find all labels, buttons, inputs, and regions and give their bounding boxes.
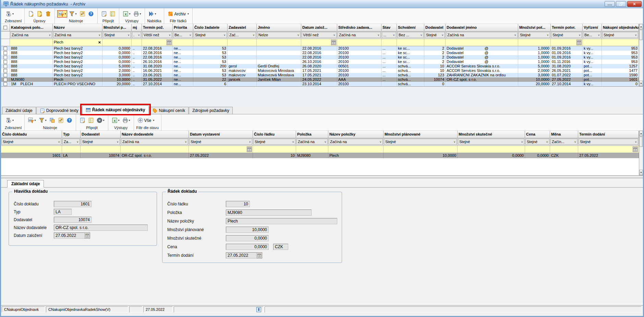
checklist-button[interactable] [87,117,95,124]
filter-input-vy-zen[interactable] [583,39,602,46]
filter-input-katalogov-polo[interactable] [10,39,53,46]
filter-operator-slo-adatele[interactable]: Stejné∨ [194,32,227,38]
funnel-button[interactable]: ▾ [38,117,48,124]
calendar-icon[interactable] [257,252,262,258]
delete-button[interactable] [44,10,52,17]
calendar-icon[interactable] [633,147,638,152]
plus-circle-button[interactable]: Vše▾ [136,117,156,124]
scroll-thumb[interactable] [640,137,643,147]
filter-operator-term-n-potvr[interactable]: Stejné∨ [551,32,582,38]
column-header-datum-zalo[interactable]: Datum založ... [301,24,337,31]
view-eye-button[interactable]: ▾ [5,10,15,17]
filter-operator-cena[interactable]: Stejné∨ [525,139,549,145]
tab-z-kladn-daje[interactable]: Základní údaje [2,107,36,114]
new-document-button[interactable] [27,10,35,17]
column-header-jm-no[interactable]: Jméno [257,24,301,31]
filter-input-zadavatel[interactable] [228,39,257,46]
note-button[interactable] [78,117,86,124]
column-header-priorita[interactable]: Priorita [173,24,193,31]
tab-n-kupn-cen-k[interactable]: Nákupní ceník [149,107,189,114]
slo-dku-field[interactable]: 10 [226,201,250,207]
filter-input-mj[interactable] [132,39,142,46]
filter-operator-slo-dokladu[interactable]: Stejné∨ [1,139,61,145]
calendar-icon[interactable] [331,40,336,45]
currency-field[interactable]: CZK [273,244,288,250]
filter-input-slo-dku[interactable] [253,146,296,153]
column-header-mno-stv-pot[interactable]: Množství pot... [518,24,551,31]
filter-operator-typ[interactable]: Za...∨ [62,139,80,145]
filter-operator-dodavatel[interactable]: Stejné∨ [425,32,445,38]
copy-link-button[interactable] [48,117,56,124]
filter-operator-term-n-dod-n[interactable]: Stejné∨ [579,139,638,145]
tab-zakladni-udaje-detail[interactable]: Základní údaje [7,180,44,188]
n-zev-polo-ky-field[interactable]: Plech [226,218,337,224]
filter-input-dodavatel[interactable] [424,39,446,46]
filter-input-mno-stv-pl-novan[interactable] [384,146,458,153]
column-header-mno-stv-p[interactable]: Množství p... [102,24,132,31]
chevrons-button[interactable]: ▾ [147,10,157,17]
filter-operator-zadavatel[interactable]: Zač...∨ [228,32,256,38]
row-checkbox[interactable] [3,55,7,59]
funnel-button[interactable]: ▾ [68,10,78,17]
column-header-term-n-po[interactable]: Termín pož. [142,24,173,31]
filter-operator-slo-dku[interactable]: Stejné∨ [253,139,295,145]
table-row[interactable]: 1601LA10074OR-CZ spol. s r.o.27.05.20221… [1,153,639,158]
mno-stv-pl-novan-field[interactable]: 10,0000 [226,227,269,233]
term-n-dod-n-field[interactable]: 27.05.2022 [226,252,257,258]
minimize-button[interactable] [605,1,615,7]
column-header-dodavatel[interactable]: Dodavatel [81,131,121,138]
filter-operator-katalogov-polo[interactable]: Začíná na∨ [10,32,52,38]
help-button[interactable]: ? [65,117,73,124]
column-header-mno-stv-pl-novan[interactable]: Množství plánované [384,131,458,138]
column-header-term-n-potvr[interactable]: Termín potvr. [551,24,583,31]
table-row[interactable]: 888Plech bez barvy20,0000..22.08.2016ne.… [1,55,639,60]
table-row[interactable]: 888Plech bez barvy23,0000..23.06.2021ne.… [1,73,639,77]
filter-operator-priorita[interactable]: Be...∨ [173,32,193,38]
filter-operator-jm-no[interactable]: Nelze∨ [257,32,301,38]
dodavatel-field[interactable]: 10074 [54,217,92,223]
datum-zalo-en-field[interactable]: 27.05.2022 [54,232,85,239]
close-button[interactable]: × [627,1,642,7]
calendar-icon[interactable] [85,232,90,239]
clover-button[interactable]: Archiv▾ [167,10,190,17]
column-header-mno-stv-skute-n[interactable]: Množství skutečné [458,131,525,138]
filter-input-priorita[interactable] [173,39,193,46]
filter-operator-n-zev-dodavatele[interactable]: Začíná na∨ [121,139,188,145]
column-header-mj[interactable]: mj [132,24,142,31]
n-zev-dodavatele-field[interactable]: OR-CZ spol. s r.o. [54,225,148,231]
filter-operator-mno-stv-p[interactable]: Stejné∨ [103,32,131,38]
splitter[interactable] [1,176,643,178]
filter-operator-vy-zen[interactable]: Be...∨ [583,32,601,38]
edit-document-button[interactable] [36,10,44,17]
slo-dokladu-field[interactable]: 1601 [54,201,92,207]
table-row[interactable]: 888Plech bez barvy20,0000..22.08.2016ne.… [1,46,639,51]
filter-chart-button[interactable]: ▾ [27,117,37,124]
row-checkbox[interactable] [3,47,7,50]
row-checkbox[interactable] [3,51,7,55]
restore-button[interactable] [616,1,626,7]
view-eye-button[interactable]: ▾ [5,117,15,124]
table-row[interactable]: 888Plech bez barvy25,0000..31.08.2020ne.… [1,64,639,68]
settings-sliders-button[interactable] [57,117,65,124]
row-checkbox[interactable] [3,60,7,64]
filter-operator-mno-stv-pot[interactable]: Stejné∨ [519,32,550,38]
table-row[interactable]: 888Plech bez barvy22,0000..16.06.2021ne.… [1,68,639,73]
select-all-checkbox[interactable] [3,26,7,29]
column-header-datum-vystaven[interactable]: Datum vystavení [189,131,253,138]
scroll-down-button[interactable]: ▼ [639,81,643,86]
column-header-n-zev[interactable]: Název [53,24,102,31]
calendar-icon[interactable] [167,40,172,45]
filter-input-term-n-po[interactable] [142,39,173,46]
table-row[interactable]: MJ9080Plech10,0000..31.05.2022ne...22jan… [1,77,639,82]
tab-zdrojov-po-adavky[interactable]: Zdrojové požadavky [189,107,232,114]
filter-operator-n-zev[interactable]: Začíná na∨ [53,32,102,38]
filter-operator-n-zev-polo-ky[interactable]: Začíná na∨ [329,139,383,145]
filter-operator-dodavatel-jm-no[interactable]: Začíná na∨ [446,32,518,38]
filter-input-m-na[interactable] [550,146,578,153]
filter-operator-mno-stv-pl-novan[interactable]: Stejné∨ [384,139,457,145]
checklist-button[interactable] [109,10,117,17]
column-header-polo-ka[interactable]: Položka [296,131,328,138]
filter-input-stav[interactable] [381,39,397,46]
filter-input-schv-len[interactable] [397,39,424,46]
help-button[interactable]: ? [87,10,95,17]
